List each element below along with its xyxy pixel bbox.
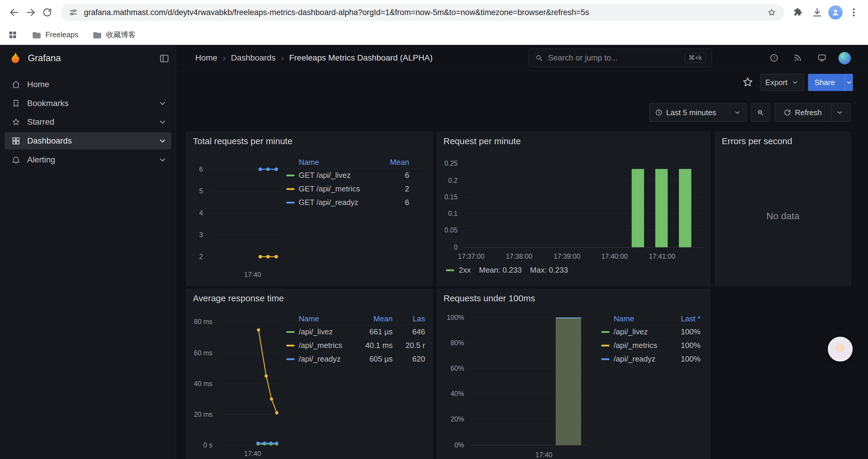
- share-button[interactable]: Share: [808, 74, 853, 91]
- refresh-main[interactable]: Refresh: [778, 104, 828, 121]
- series-color-icon: [286, 188, 294, 190]
- chevron-down-icon[interactable]: [158, 99, 167, 108]
- folder-icon: [32, 30, 41, 40]
- legend-col-mean[interactable]: Mean: [382, 158, 409, 167]
- legend-row: /api/_metrics 40.1 ms 20.5 r: [286, 339, 427, 352]
- chevron-down-icon: [791, 78, 799, 86]
- bookmark-folder-freeleaps[interactable]: Freeleaps: [32, 30, 78, 40]
- search-bar[interactable]: ⌘+k: [529, 49, 712, 67]
- monitor-kiosk-icon[interactable]: [815, 52, 829, 64]
- back-button[interactable]: [6, 4, 23, 21]
- search-icon: [535, 54, 543, 62]
- legend-col-name[interactable]: Name: [286, 158, 382, 167]
- breadcrumb-separator: ›: [281, 53, 284, 63]
- chevron-down-icon[interactable]: [158, 117, 167, 127]
- chevron-down-icon: [836, 109, 843, 117]
- news-rss-icon[interactable]: [791, 52, 804, 64]
- legend-series-name[interactable]: GET /api/_livez: [299, 171, 382, 180]
- legend-series-name[interactable]: /api/_livez: [614, 327, 670, 336]
- share-menu-toggle[interactable]: [845, 74, 853, 91]
- browser-profile-avatar[interactable]: [829, 5, 843, 20]
- dock-menu-icon[interactable]: [159, 53, 169, 64]
- legend-series-name[interactable]: /api/_metrics: [614, 341, 670, 350]
- legend-col-name[interactable]: Name: [601, 314, 670, 323]
- legend-series-name[interactable]: /api/_readyz: [614, 355, 670, 364]
- panel-errors-per-second: Errors per second No data: [715, 132, 851, 286]
- refresh-icon: [783, 109, 791, 117]
- forward-button[interactable]: [23, 4, 39, 21]
- legend-last-value: 100%: [670, 327, 703, 336]
- breadcrumb-dashboards[interactable]: Dashboards: [231, 53, 276, 63]
- zoom-out-button[interactable]: [751, 103, 770, 122]
- breadcrumb-home[interactable]: Home: [195, 53, 217, 63]
- x-tick: 17:40: [244, 450, 261, 458]
- sidebar-item-alerting[interactable]: Alerting: [5, 151, 172, 168]
- share-label[interactable]: Share: [808, 74, 841, 91]
- y-tick: 60 ms: [194, 349, 212, 357]
- sidebar-item-dashboards[interactable]: Dashboards: [5, 132, 172, 150]
- bookmarks-bar: Freeleaps 收藏博客: [0, 25, 868, 45]
- site-settings-icon[interactable]: [68, 8, 78, 17]
- series-color-icon: [446, 269, 454, 271]
- series-color-icon: [601, 345, 610, 347]
- chat-widget-avatar[interactable]: [828, 337, 852, 362]
- export-button[interactable]: Export: [760, 74, 804, 91]
- legend-mean-stat: Mean: 0.233: [479, 266, 522, 275]
- series-color-icon: [601, 331, 610, 333]
- refresh-button[interactable]: Refresh: [775, 103, 851, 122]
- legend-series-name[interactable]: 2xx: [459, 266, 471, 275]
- legend-col-name[interactable]: Name: [286, 314, 363, 323]
- downloads-icon[interactable]: [809, 4, 826, 21]
- dashboards-icon: [11, 136, 21, 145]
- browser-menu-icon[interactable]: [845, 4, 862, 21]
- chevron-down-icon[interactable]: [158, 136, 167, 145]
- no-data-message: No data: [715, 210, 850, 222]
- grafana-brand[interactable]: Grafana: [9, 52, 61, 65]
- series-color-icon: [601, 358, 610, 360]
- legend-col-mean[interactable]: Mean: [363, 314, 393, 323]
- clock-icon: [655, 109, 663, 117]
- series-color-icon: [286, 202, 294, 203]
- bookmark-icon: [11, 99, 21, 108]
- sidebar-item-label: Bookmarks: [27, 99, 68, 108]
- chevron-down-icon[interactable]: [158, 155, 167, 165]
- bookmark-folder-blogs[interactable]: 收藏博客: [92, 30, 135, 40]
- refresh-interval-toggle[interactable]: [831, 104, 848, 121]
- panel-title[interactable]: Errors per second: [715, 132, 850, 150]
- grafana-logo: [9, 52, 22, 65]
- time-range-picker[interactable]: Last 5 minutes: [649, 103, 747, 122]
- legend-col-last[interactable]: Las: [393, 314, 427, 323]
- line-chart[interactable]: [210, 162, 287, 268]
- bookmark-star-icon[interactable]: [767, 8, 776, 17]
- x-tick: 17:38:00: [506, 253, 532, 261]
- legend: 2xx Mean: 0.233 Max: 0.233: [446, 266, 568, 275]
- legend-series-name[interactable]: /api/_metrics: [299, 341, 363, 350]
- url-text[interactable]: grafana.mathmast.com/d/deytv4rwavabkb/fr…: [84, 8, 761, 17]
- legend-series-name[interactable]: GET /api/_readyz: [299, 198, 382, 207]
- search-input[interactable]: [548, 54, 680, 63]
- reload-button[interactable]: [39, 4, 56, 21]
- zoom-out-icon: [756, 109, 764, 117]
- refresh-label: Refresh: [795, 108, 822, 117]
- y-tick: 2: [199, 253, 203, 261]
- legend-series-name[interactable]: /api/_livez: [299, 327, 363, 336]
- panel-title[interactable]: Total requests per minute: [186, 132, 432, 150]
- breadcrumb-separator: ›: [223, 53, 226, 63]
- favorite-star-icon[interactable]: [741, 76, 754, 89]
- bar-chart[interactable]: [437, 132, 710, 286]
- chevron-down-icon: [845, 78, 853, 86]
- extensions-icon[interactable]: [789, 4, 806, 21]
- apps-grid-icon[interactable]: [8, 30, 18, 40]
- legend-col-last[interactable]: Last *: [670, 314, 703, 323]
- sidebar-item-bookmarks[interactable]: Bookmarks: [5, 95, 172, 112]
- legend-series-name[interactable]: /api/_readyz: [299, 355, 363, 364]
- panel-title[interactable]: Average response time: [186, 289, 432, 307]
- sidebar-item-home[interactable]: Home: [5, 76, 172, 93]
- search-shortcut-hint: ⌘+k: [685, 53, 706, 63]
- breadcrumb: Home › Dashboards › Freeleaps Metrics Da…: [195, 45, 433, 71]
- user-avatar[interactable]: [838, 52, 851, 64]
- help-icon[interactable]: ?: [768, 52, 780, 64]
- sidebar-item-starred[interactable]: Starred: [5, 113, 172, 131]
- url-bar[interactable]: grafana.mathmast.com/d/deytv4rwavabkb/fr…: [61, 4, 784, 21]
- legend-series-name[interactable]: GET /api/_metrics: [299, 184, 382, 193]
